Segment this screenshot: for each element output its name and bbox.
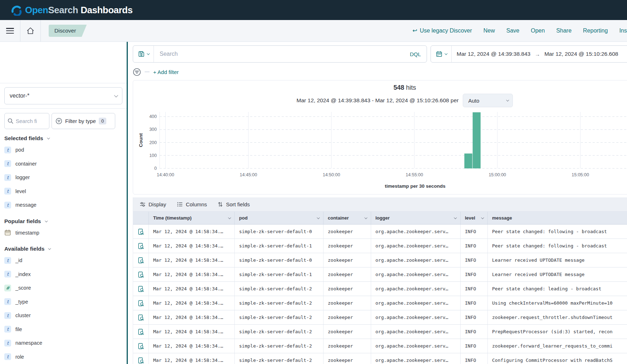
expand-row-button[interactable] <box>133 253 149 267</box>
home-icon <box>26 27 34 35</box>
cell-pod: simple-zk-server-default-1 <box>235 267 324 281</box>
field-item-pod[interactable]: tpod <box>0 143 127 157</box>
date-range-end[interactable]: Mar 12, 2024 @ 15:10:26.608 <box>544 51 618 57</box>
cell-pod: simple-zk-server-default-0 <box>235 253 324 267</box>
nav-action-open[interactable]: Open <box>531 28 545 34</box>
expand-row-button[interactable] <box>133 310 149 324</box>
cell-pod: simple-zk-server-default-0 <box>235 225 324 238</box>
histogram-chart[interactable]: 14:40:0014:45:0014:50:0014:55:0015:00:00… <box>136 108 627 193</box>
field-section-header-available-fields[interactable]: Available fields <box>4 246 122 252</box>
column-header-logger[interactable]: logger <box>371 212 461 224</box>
cell-level: INFO <box>461 253 488 267</box>
column-header-level[interactable]: level <box>461 212 488 224</box>
field-type-string-icon: t <box>4 147 11 153</box>
nav-action-save[interactable]: Save <box>506 28 519 34</box>
field-item-namespace[interactable]: tnamespace <box>0 336 127 350</box>
field-item-level[interactable]: tlevel <box>0 185 127 198</box>
expand-row-button[interactable] <box>133 282 149 296</box>
histogram-bar[interactable] <box>473 112 481 168</box>
index-pattern-select[interactable]: vector-* <box>4 87 122 104</box>
divider <box>0 108 127 109</box>
field-section-header-selected-fields[interactable]: Selected fields <box>4 135 122 142</box>
expand-row-button[interactable] <box>133 267 149 281</box>
calendar-field-icon <box>4 229 11 236</box>
cell-time: Mar 12, 2024 @ 14:58:34.… <box>149 310 235 324</box>
section-title: Available fields <box>4 246 44 252</box>
cell-level: INFO <box>461 239 488 253</box>
nav-action-inspect[interactable]: Inspect <box>619 28 627 34</box>
field-name: _id <box>15 257 22 263</box>
add-filter-button[interactable]: + Add filter <box>153 69 179 75</box>
histogram-bar[interactable] <box>465 153 472 168</box>
field-item-_index[interactable]: t_index <box>0 267 127 281</box>
x-tick-label: 15:00:00 <box>489 172 506 177</box>
expand-row-button[interactable] <box>133 325 149 339</box>
sort-fields-button[interactable]: Sort fields <box>218 201 250 207</box>
field-name: file <box>15 326 22 332</box>
field-item-file[interactable]: tfile <box>0 323 127 336</box>
expand-row-button[interactable] <box>133 339 149 353</box>
column-header-time-timestamp-[interactable]: Time (timestamp) <box>149 212 235 224</box>
column-header-container[interactable]: container <box>324 212 371 224</box>
cell-logger: org.apache.zookeeper.serv… <box>371 353 461 364</box>
cell-container: zookeeper <box>324 339 371 353</box>
nav-menu-button[interactable] <box>0 20 20 41</box>
field-item-_score[interactable]: #_score <box>0 281 127 295</box>
filter-by-type-button[interactable]: Filter by type 0 <box>52 113 115 129</box>
expand-row-button[interactable] <box>133 353 149 364</box>
date-picker: Mar 12, 2024 @ 14:39:38.843 → Mar 12, 20… <box>431 45 627 63</box>
expand-row-button[interactable] <box>133 296 149 310</box>
field-item-container[interactable]: tcontainer <box>0 157 127 171</box>
field-item-_type[interactable]: t_type <box>0 295 127 309</box>
home-button[interactable] <box>20 20 40 41</box>
cell-time: Mar 12, 2024 @ 14:58:34.… <box>149 353 235 364</box>
cell-logger: org.apache.zookeeper.serv… <box>371 296 461 310</box>
cell-logger: org.apache.zookeeper.serv… <box>371 267 461 281</box>
field-item-role[interactable]: trole <box>0 350 127 364</box>
field-item-cluster[interactable]: tcluster <box>0 309 127 323</box>
columns-button[interactable]: Columns <box>177 201 207 207</box>
nav-action-reporting[interactable]: Reporting <box>583 28 608 34</box>
inspect-document-icon <box>138 228 144 235</box>
cell-level: INFO <box>461 339 488 353</box>
cell-container: zookeeper <box>324 325 371 339</box>
sort-fields-icon <box>218 201 223 207</box>
breadcrumb[interactable]: Discover <box>49 25 87 37</box>
field-type-string-icon: t <box>4 312 11 319</box>
chevron-down-icon <box>228 216 231 219</box>
expand-row-button[interactable] <box>133 225 149 238</box>
column-label: level <box>465 215 478 221</box>
field-item-logger[interactable]: tlogger <box>0 171 127 185</box>
cell-container: zookeeper <box>324 253 371 267</box>
global-filter-icon[interactable] <box>133 68 141 76</box>
expand-row-button[interactable] <box>133 239 149 253</box>
nav-action-share[interactable]: Share <box>556 28 572 34</box>
interval-select[interactable]: Auto <box>463 94 513 107</box>
field-name: _type <box>15 299 28 305</box>
field-section-header-popular-fields[interactable]: Popular fields <box>4 218 122 225</box>
field-type-string-icon: t <box>4 188 11 195</box>
field-item-timestamp[interactable]: timestamp <box>0 226 127 240</box>
saved-query-button[interactable] <box>133 46 154 62</box>
field-search-input[interactable] <box>16 118 41 124</box>
query-language-button[interactable]: DQL <box>404 51 427 57</box>
cell-container: zookeeper <box>324 310 371 324</box>
histogram-panel: 548 hits Mar 12, 2024 @ 14:39:38.843 - M… <box>133 80 627 195</box>
field-item-message[interactable]: tmessage <box>0 198 127 212</box>
quick-select-button[interactable] <box>431 46 452 62</box>
field-type-string-icon: t <box>4 257 11 264</box>
field-item-_id[interactable]: t_id <box>0 254 127 267</box>
display-button[interactable]: Display <box>140 201 166 207</box>
opensearch-logo[interactable]: OpenSearchDashboards <box>11 4 132 16</box>
nav-action-new[interactable]: New <box>483 28 495 34</box>
search-input[interactable] <box>154 51 404 57</box>
table-toolbar: DisplayColumnsSort fields <box>133 197 627 212</box>
date-range-start[interactable]: Mar 12, 2024 @ 14:39:38.843 <box>457 51 530 57</box>
column-header-pod[interactable]: pod <box>235 212 324 224</box>
nav-action-use-legacy-discover[interactable]: ↩Use legacy Discover <box>412 28 472 34</box>
column-label: message <box>492 215 627 221</box>
table-row: Mar 12, 2024 @ 14:58:34.…simple-zk-serve… <box>133 282 627 296</box>
cell-logger: org.apache.zookeeper.serv… <box>371 239 461 253</box>
field-name: namespace <box>15 340 42 346</box>
cell-logger: org.apache.zookeeper.serv… <box>371 253 461 267</box>
